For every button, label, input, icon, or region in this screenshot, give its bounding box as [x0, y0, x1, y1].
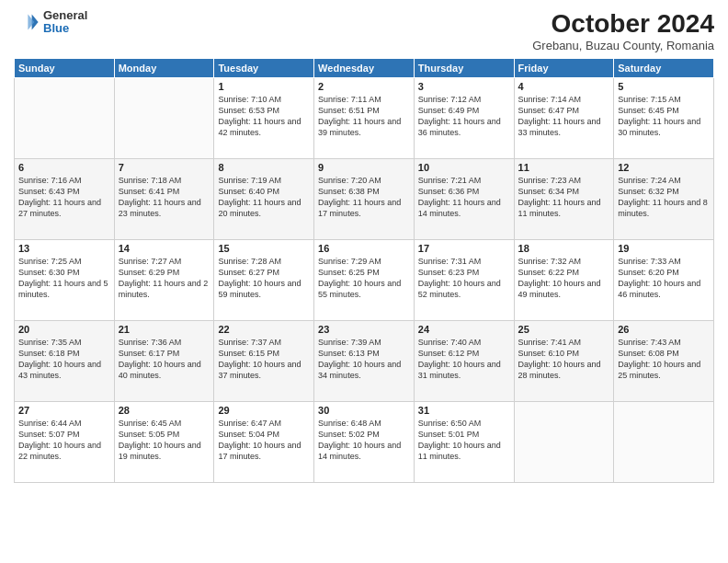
calendar-cell: 17Sunrise: 7:31 AM Sunset: 6:23 PM Dayli…	[414, 240, 514, 321]
day-number: 20	[18, 324, 110, 335]
day-number: 29	[218, 405, 310, 416]
day-number: 26	[618, 324, 710, 335]
calendar-cell: 15Sunrise: 7:28 AM Sunset: 6:27 PM Dayli…	[214, 240, 314, 321]
calendar-cell	[15, 78, 115, 159]
day-info: Sunrise: 7:32 AM Sunset: 6:22 PM Dayligh…	[518, 256, 610, 301]
logo-blue: Blue	[43, 22, 87, 35]
day-info: Sunrise: 7:39 AM Sunset: 6:13 PM Dayligh…	[318, 337, 410, 382]
month-title: October 2024	[532, 9, 714, 39]
day-info: Sunrise: 7:12 AM Sunset: 6:49 PM Dayligh…	[418, 94, 510, 139]
header-row: SundayMondayTuesdayWednesdayThursdayFrid…	[15, 59, 714, 78]
day-number: 15	[218, 243, 310, 254]
page: General Blue October 2024 Grebanu, Buzau…	[0, 0, 728, 563]
calendar-cell: 5Sunrise: 7:15 AM Sunset: 6:45 PM Daylig…	[614, 78, 714, 159]
header: General Blue October 2024 Grebanu, Buzau…	[14, 9, 714, 52]
day-info: Sunrise: 7:35 AM Sunset: 6:18 PM Dayligh…	[18, 337, 110, 382]
calendar-cell	[514, 402, 614, 483]
calendar-cell: 4Sunrise: 7:14 AM Sunset: 6:47 PM Daylig…	[514, 78, 614, 159]
calendar-cell: 27Sunrise: 6:44 AM Sunset: 5:07 PM Dayli…	[15, 402, 115, 483]
calendar-cell: 9Sunrise: 7:20 AM Sunset: 6:38 PM Daylig…	[314, 159, 415, 240]
week-row-5: 27Sunrise: 6:44 AM Sunset: 5:07 PM Dayli…	[15, 402, 714, 483]
day-number: 17	[418, 243, 510, 254]
calendar-cell: 3Sunrise: 7:12 AM Sunset: 6:49 PM Daylig…	[414, 78, 514, 159]
day-number: 16	[318, 243, 410, 254]
day-number: 7	[119, 162, 210, 173]
day-info: Sunrise: 6:45 AM Sunset: 5:05 PM Dayligh…	[119, 418, 210, 463]
calendar: SundayMondayTuesdayWednesdayThursdayFrid…	[14, 58, 714, 483]
day-number: 1	[218, 81, 310, 92]
day-info: Sunrise: 7:16 AM Sunset: 6:43 PM Dayligh…	[18, 175, 110, 220]
day-info: Sunrise: 7:37 AM Sunset: 6:15 PM Dayligh…	[218, 337, 310, 382]
logo-text: General Blue	[43, 9, 87, 36]
week-row-2: 6Sunrise: 7:16 AM Sunset: 6:43 PM Daylig…	[15, 159, 714, 240]
day-number: 12	[618, 162, 710, 173]
location: Grebanu, Buzau County, Romania	[532, 39, 714, 52]
calendar-cell: 20Sunrise: 7:35 AM Sunset: 6:18 PM Dayli…	[15, 321, 115, 402]
week-row-1: 1Sunrise: 7:10 AM Sunset: 6:53 PM Daylig…	[15, 78, 714, 159]
day-info: Sunrise: 7:19 AM Sunset: 6:40 PM Dayligh…	[218, 175, 310, 220]
title-block: October 2024 Grebanu, Buzau County, Roma…	[532, 9, 714, 52]
calendar-cell: 24Sunrise: 7:40 AM Sunset: 6:12 PM Dayli…	[414, 321, 514, 402]
day-info: Sunrise: 7:33 AM Sunset: 6:20 PM Dayligh…	[618, 256, 710, 301]
calendar-cell: 12Sunrise: 7:24 AM Sunset: 6:32 PM Dayli…	[614, 159, 714, 240]
calendar-cell: 22Sunrise: 7:37 AM Sunset: 6:15 PM Dayli…	[214, 321, 314, 402]
day-info: Sunrise: 7:11 AM Sunset: 6:51 PM Dayligh…	[318, 94, 410, 139]
calendar-cell: 2Sunrise: 7:11 AM Sunset: 6:51 PM Daylig…	[314, 78, 415, 159]
col-header-saturday: Saturday	[614, 59, 714, 78]
week-row-3: 13Sunrise: 7:25 AM Sunset: 6:30 PM Dayli…	[15, 240, 714, 321]
day-info: Sunrise: 6:50 AM Sunset: 5:01 PM Dayligh…	[418, 418, 510, 463]
calendar-cell: 7Sunrise: 7:18 AM Sunset: 6:41 PM Daylig…	[114, 159, 214, 240]
day-number: 19	[618, 243, 710, 254]
calendar-cell: 30Sunrise: 6:48 AM Sunset: 5:02 PM Dayli…	[314, 402, 415, 483]
day-number: 30	[318, 405, 410, 416]
logo-general: General	[43, 9, 87, 22]
day-number: 2	[318, 81, 410, 92]
calendar-cell: 6Sunrise: 7:16 AM Sunset: 6:43 PM Daylig…	[15, 159, 115, 240]
day-info: Sunrise: 7:27 AM Sunset: 6:29 PM Dayligh…	[119, 256, 210, 301]
day-info: Sunrise: 7:36 AM Sunset: 6:17 PM Dayligh…	[119, 337, 210, 382]
day-info: Sunrise: 7:43 AM Sunset: 6:08 PM Dayligh…	[618, 337, 710, 382]
logo: General Blue	[14, 9, 87, 36]
day-number: 9	[318, 162, 410, 173]
day-info: Sunrise: 7:18 AM Sunset: 6:41 PM Dayligh…	[119, 175, 210, 220]
calendar-cell: 14Sunrise: 7:27 AM Sunset: 6:29 PM Dayli…	[114, 240, 214, 321]
day-number: 28	[119, 405, 210, 416]
calendar-cell: 16Sunrise: 7:29 AM Sunset: 6:25 PM Dayli…	[314, 240, 415, 321]
day-info: Sunrise: 7:41 AM Sunset: 6:10 PM Dayligh…	[518, 337, 610, 382]
day-info: Sunrise: 6:48 AM Sunset: 5:02 PM Dayligh…	[318, 418, 410, 463]
calendar-cell	[614, 402, 714, 483]
day-info: Sunrise: 6:47 AM Sunset: 5:04 PM Dayligh…	[218, 418, 310, 463]
day-number: 10	[418, 162, 510, 173]
calendar-cell: 31Sunrise: 6:50 AM Sunset: 5:01 PM Dayli…	[414, 402, 514, 483]
logo-icon	[14, 9, 40, 35]
day-number: 6	[18, 162, 110, 173]
day-number: 31	[418, 405, 510, 416]
calendar-cell: 8Sunrise: 7:19 AM Sunset: 6:40 PM Daylig…	[214, 159, 314, 240]
day-info: Sunrise: 7:25 AM Sunset: 6:30 PM Dayligh…	[18, 256, 110, 301]
day-info: Sunrise: 7:21 AM Sunset: 6:36 PM Dayligh…	[418, 175, 510, 220]
day-number: 22	[218, 324, 310, 335]
calendar-cell: 18Sunrise: 7:32 AM Sunset: 6:22 PM Dayli…	[514, 240, 614, 321]
col-header-thursday: Thursday	[414, 59, 514, 78]
day-number: 3	[418, 81, 510, 92]
day-info: Sunrise: 7:28 AM Sunset: 6:27 PM Dayligh…	[218, 256, 310, 301]
calendar-cell: 26Sunrise: 7:43 AM Sunset: 6:08 PM Dayli…	[614, 321, 714, 402]
calendar-cell: 1Sunrise: 7:10 AM Sunset: 6:53 PM Daylig…	[214, 78, 314, 159]
day-number: 24	[418, 324, 510, 335]
day-number: 21	[119, 324, 210, 335]
col-header-friday: Friday	[514, 59, 614, 78]
calendar-cell: 19Sunrise: 7:33 AM Sunset: 6:20 PM Dayli…	[614, 240, 714, 321]
day-info: Sunrise: 7:40 AM Sunset: 6:12 PM Dayligh…	[418, 337, 510, 382]
calendar-cell: 21Sunrise: 7:36 AM Sunset: 6:17 PM Dayli…	[114, 321, 214, 402]
day-number: 25	[518, 324, 610, 335]
calendar-cell: 23Sunrise: 7:39 AM Sunset: 6:13 PM Dayli…	[314, 321, 415, 402]
col-header-tuesday: Tuesday	[214, 59, 314, 78]
calendar-cell: 29Sunrise: 6:47 AM Sunset: 5:04 PM Dayli…	[214, 402, 314, 483]
day-number: 14	[119, 243, 210, 254]
calendar-cell: 10Sunrise: 7:21 AM Sunset: 6:36 PM Dayli…	[414, 159, 514, 240]
week-row-4: 20Sunrise: 7:35 AM Sunset: 6:18 PM Dayli…	[15, 321, 714, 402]
day-info: Sunrise: 7:24 AM Sunset: 6:32 PM Dayligh…	[618, 175, 710, 220]
calendar-cell: 25Sunrise: 7:41 AM Sunset: 6:10 PM Dayli…	[514, 321, 614, 402]
day-number: 18	[518, 243, 610, 254]
calendar-cell: 13Sunrise: 7:25 AM Sunset: 6:30 PM Dayli…	[15, 240, 115, 321]
